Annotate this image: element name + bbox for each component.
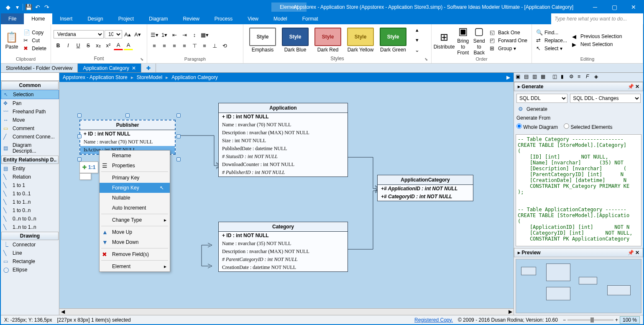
tool-line[interactable]: ╲Line [1,249,59,257]
menu-process[interactable]: Process [207,13,240,24]
forward-one-button[interactable]: ◰Forward One [488,37,529,44]
bc-scroll-icon[interactable]: ▶ [506,74,510,80]
entity-row[interactable]: Description : nvarchar (MAX) NOT NULL [219,129,348,137]
distribute-button[interactable]: ⊞Distribute [434,31,454,50]
tool-1to1n[interactable]: ╲1 to 1..n [1,198,59,206]
registered-link[interactable]: Registered Copy. [414,317,453,323]
border-icon[interactable]: ▦▾ [200,31,209,40]
bc-item[interactable]: Application Category [171,74,218,80]
numbering-icon[interactable]: 1▾ [160,31,169,40]
entity-row[interactable]: PublishedDate : datetime NULL [219,145,348,153]
entity-row[interactable]: DownloadCounter : int NOT NULL [219,161,348,169]
save-icon[interactable]: 💾 [25,3,32,11]
tab-active[interactable]: Application Category✕ [78,64,141,72]
close-button[interactable]: ✕ [624,1,643,13]
entity-row[interactable]: Name : nvarchar (70) NOT NULL [80,138,175,146]
style-darkgreen[interactable]: Style [380,28,406,46]
subscript-button[interactable]: x₂ [94,41,103,50]
tool-ellipse[interactable]: ◯Ellipse [1,266,59,274]
tool-0nto0n[interactable]: ╲0..n to 0..n [1,215,59,223]
styles-more-icon[interactable]: ▾ [412,36,422,45]
bc-item[interactable]: StoreModel [137,74,162,80]
preview-header[interactable]: ▸ Preview📌 ✕ [514,248,643,257]
tool-relation[interactable]: ╲Relation [1,173,59,181]
entity-row[interactable]: # StatusID : int NOT NULL [219,153,348,161]
entity-row[interactable]: +# CategoryID : int NOT NULL [378,193,473,201]
menu-file[interactable]: File [1,13,24,24]
diagram-canvas[interactable]: Publisher + ID : int NOT NULL Name : nva… [59,82,514,308]
paste-button[interactable]: 📋Paste [3,31,20,50]
entity-row[interactable]: + ID : int NOT NULL [219,232,348,240]
pin-icon[interactable]: 📌 ✕ [628,84,639,90]
menu-design[interactable]: Design [80,13,110,24]
entity-application[interactable]: Application + ID : int NOT NULL Name : n… [218,103,348,177]
font-family[interactable]: Verdana [54,30,104,38]
minimize-button[interactable]: ─ [585,1,605,13]
sql-output[interactable]: -- Table Category ----------------- CREA… [516,134,641,246]
valign-bot-icon[interactable]: ⊥ [210,41,219,51]
delete-button[interactable]: ✖Delete [22,45,48,52]
bullets-icon[interactable]: ☰▾ [150,31,159,40]
toolbox-cat-common[interactable]: Common [1,81,59,90]
shrink-font-icon[interactable]: A▾ [133,30,142,39]
add-tab-button[interactable]: ✚ [141,64,156,72]
toolbox-cat-drawing[interactable]: Drawing [1,232,59,240]
entity-row[interactable]: CreationDate : datetime NOT NULL [219,264,348,271]
tool-freehand[interactable]: 〰Freehand Path [1,107,59,116]
cm-properties[interactable]: ☰Properties [100,161,170,171]
cm-element[interactable]: Element▸ [100,261,170,271]
next-sel-button[interactable]: ▶Next Selection [570,41,624,48]
tool-entity[interactable]: ▤Entity [1,164,59,173]
panel-btn[interactable]: ◫ [552,74,560,81]
tool-1to01[interactable]: ╲1 to 0..1 [1,189,59,198]
cm-change-type[interactable]: Change Type▸ [100,215,170,225]
copy-button[interactable]: 📄Copy [22,29,48,36]
tool-connector[interactable]: ⎿Connector [1,241,59,249]
qat-dropdown-icon[interactable]: ▾ [13,3,21,11]
prev-sel-button[interactable]: ◀Previous Selection [570,33,624,40]
tool-1to0n[interactable]: ╲1 to 0..n [1,206,59,215]
radio-selected[interactable]: Selected Elements [564,123,612,130]
tool-comment-conn[interactable]: ╱Comment Conne... [1,133,59,141]
entity-row[interactable]: Size : int NOT NULL [219,137,348,145]
entity-category[interactable]: Category + ID : int NOT NULL Name : nvar… [218,222,348,272]
cm-rename[interactable]: Rename [100,151,170,161]
tool-move[interactable]: ↔Move [1,116,59,124]
entity-publisher[interactable]: Publisher + ID : int NOT NULL Name : nva… [79,120,176,155]
font-color-button[interactable]: A [114,41,123,50]
valign-mid-icon[interactable]: ≡ [200,41,209,51]
toolbox-search[interactable] [1,73,59,80]
back-one-button[interactable]: ◱Back One [488,29,529,36]
outdent-icon[interactable]: ⇤ [170,31,179,40]
font-size[interactable]: 10 [105,30,122,38]
radio-whole[interactable]: Whole Diagram [516,123,558,130]
hscroll-right[interactable]: ▶ [507,309,514,315]
pin-icon[interactable]: 📌 ✕ [628,250,639,256]
toolbox-cat-erd[interactable]: Entity Relationship D.. [1,156,59,164]
valign-top-icon[interactable]: ⊤ [190,41,199,51]
tool-diagram-desc[interactable]: ▤Diagram Descripti... [1,141,59,155]
send-back-button[interactable]: ▢Send to Back [472,26,486,56]
highlight-button[interactable]: A [124,41,133,50]
entity-row[interactable]: + ID : int NOT NULL [219,113,348,121]
panel-btn[interactable]: ⚙ [569,74,577,81]
zoom-slider[interactable] [567,319,613,321]
strike-button[interactable]: S [84,41,93,50]
cm-remove[interactable]: ✖Remove Field(s) [100,249,170,259]
cm-autoincrement[interactable]: Auto Increment [100,203,170,213]
entity-appcategory[interactable]: ApplicationCategory +# ApplicationID : i… [377,175,473,201]
gen-src1[interactable]: SQL DDL [516,94,567,103]
cm-move-up[interactable]: ▲Move Up [100,227,170,237]
entity-row[interactable]: + ID : int NOT NULL [80,130,175,138]
style-darkyellow[interactable]: Style [347,28,374,46]
style-darkblue[interactable]: Style [282,28,309,46]
zoom-value[interactable]: 100 % [620,316,640,324]
tool-selection[interactable]: ↖Selection [1,90,59,99]
quick-edit-floater[interactable]: ✚ 1:1 [79,161,98,173]
undo-icon[interactable]: ↶ [34,3,41,11]
justify-icon[interactable]: ≡ [180,41,189,51]
styles-more-icon[interactable]: ▴ [412,26,422,35]
gen-src2[interactable]: SQL DDL - Changes [570,94,641,103]
tool-1nto1n[interactable]: ╲1..n to 1..n [1,223,59,231]
cm-move-down[interactable]: ▼Move Down [100,237,170,247]
